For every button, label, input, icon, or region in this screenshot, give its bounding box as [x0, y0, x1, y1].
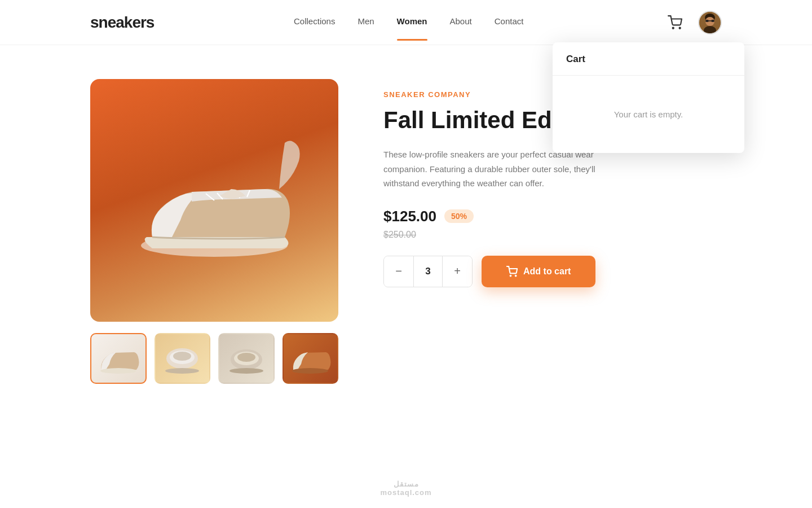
- thumbnail-1[interactable]: [90, 333, 147, 384]
- svg-point-22: [237, 353, 255, 362]
- cart-controls: − 3 + Add to cart: [383, 256, 722, 287]
- thumbnail-4[interactable]: [283, 333, 339, 384]
- product-images: [90, 79, 338, 384]
- price-row: $125.00 50%: [383, 208, 722, 225]
- svg-point-23: [230, 368, 263, 374]
- thumbnail-3[interactable]: [218, 333, 275, 384]
- discount-badge: 50%: [444, 209, 474, 223]
- quantity-control: − 3 +: [383, 256, 473, 287]
- price-current: $125.00: [383, 208, 436, 225]
- add-to-cart-label: Add to cart: [523, 266, 571, 277]
- svg-point-24: [292, 368, 328, 374]
- quantity-increase-button[interactable]: +: [443, 256, 472, 287]
- thumb-shoe-svg-1: [96, 341, 141, 375]
- svg-point-18: [173, 352, 191, 361]
- svg-rect-5: [705, 20, 709, 22]
- svg-point-25: [510, 275, 511, 276]
- cart-icon: [668, 15, 682, 30]
- watermark-logo: مستقل: [380, 480, 431, 488]
- thumb-shoe-svg-3: [224, 341, 269, 375]
- header-icons: [663, 11, 722, 34]
- quantity-value: 3: [413, 256, 443, 287]
- watermark-url: mostaql.com: [380, 488, 431, 497]
- nav-about[interactable]: About: [450, 16, 472, 28]
- avatar-image: [699, 12, 721, 33]
- quantity-decrease-button[interactable]: −: [384, 256, 413, 287]
- svg-point-19: [165, 368, 199, 374]
- cart-icon-button[interactable]: [663, 11, 687, 34]
- nav-collections[interactable]: Collections: [294, 16, 335, 28]
- main-product-image: [90, 79, 338, 322]
- svg-point-1: [679, 27, 681, 28]
- nav-women[interactable]: Women: [397, 16, 427, 28]
- svg-rect-6: [711, 20, 714, 22]
- thumbnail-2[interactable]: [155, 333, 211, 384]
- thumb-shoe-svg-2: [160, 341, 205, 375]
- nav-men[interactable]: Men: [358, 16, 374, 28]
- user-avatar[interactable]: [698, 11, 722, 34]
- footer-watermark: مستقل mostaql.com: [380, 480, 431, 497]
- avatar-svg: [699, 12, 721, 33]
- price-original: $250.00: [383, 230, 722, 240]
- add-to-cart-button[interactable]: Add to cart: [482, 256, 595, 287]
- nav-contact[interactable]: Contact: [495, 16, 524, 28]
- header: sneakers Collections Men Women About Con…: [0, 0, 812, 45]
- svg-point-0: [673, 27, 674, 28]
- logo: sneakers: [90, 14, 154, 32]
- cart-dropdown-title: Cart: [553, 42, 744, 76]
- main-shoe-svg: [118, 133, 310, 268]
- thumb-shoe-svg-4: [288, 341, 333, 375]
- cart-empty-message: Your cart is empty.: [553, 76, 744, 153]
- svg-point-26: [515, 275, 517, 276]
- svg-point-15: [100, 368, 136, 374]
- cart-dropdown: Cart Your cart is empty.: [553, 42, 744, 153]
- main-nav: Collections Men Women About Contact: [294, 16, 523, 28]
- product-description: These low-profile sneakers are your perf…: [383, 147, 620, 191]
- thumbnail-list: [90, 333, 338, 384]
- cart-btn-icon: [506, 266, 518, 277]
